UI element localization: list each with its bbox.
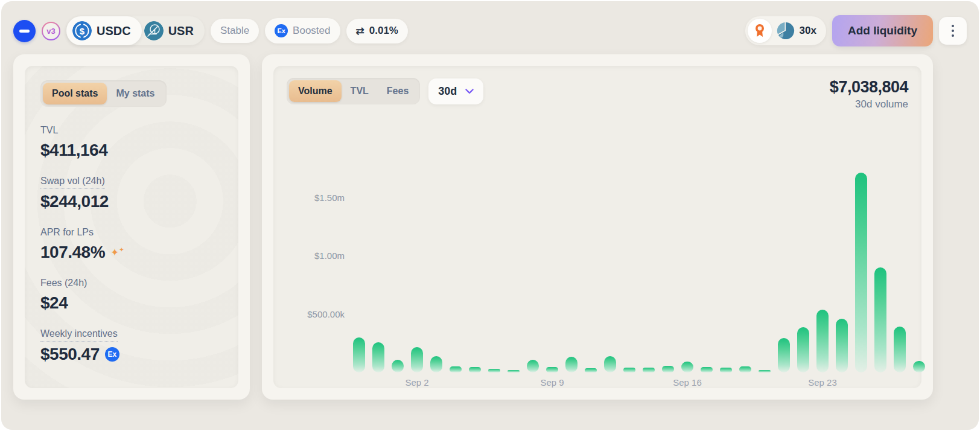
boosted-badge[interactable]: Ex Boosted — [265, 18, 340, 43]
stat-label: APR for LPs — [40, 227, 94, 240]
volume-bar-23[interactable] — [797, 327, 809, 372]
bar-slot — [716, 119, 736, 372]
chart-total-caption: 30d volume — [830, 98, 908, 110]
chart-header: VolumeTVLFees 30d $7,038,804 30d volume — [287, 78, 908, 110]
swap-arrows-icon: ⇄ — [356, 25, 364, 37]
volume-bar-5[interactable] — [450, 366, 462, 372]
volume-bar-9[interactable] — [527, 360, 539, 372]
volume-bar-28[interactable] — [894, 327, 906, 372]
range-selector[interactable]: 30d — [428, 78, 483, 104]
bar-slot — [678, 119, 697, 372]
token1-symbol: USR — [168, 24, 194, 38]
volume-bar-0[interactable] — [353, 337, 365, 372]
volume-bar-11[interactable] — [565, 357, 578, 372]
volume-bar-16[interactable] — [662, 366, 674, 372]
boosted-badge-label: Boosted — [293, 25, 330, 37]
add-liquidity-button[interactable]: Add liquidity — [832, 15, 933, 46]
fee-rate-badge[interactable]: ⇄ 0.01% — [346, 19, 408, 43]
volume-bar-13[interactable] — [604, 356, 616, 372]
volume-bar-19[interactable] — [720, 368, 732, 372]
volume-bar-14[interactable] — [623, 368, 635, 372]
volume-bar-15[interactable] — [643, 368, 655, 372]
volume-bar-2[interactable] — [392, 360, 404, 372]
stat-weekly-incentives: Weekly incentives$550.47Ex — [40, 328, 223, 364]
volume-bar-22[interactable] — [778, 338, 790, 372]
volume-bar-25[interactable] — [836, 319, 848, 372]
volume-bar-6[interactable] — [469, 367, 481, 372]
usr-token-icon — [144, 21, 164, 40]
bar-slot — [755, 119, 774, 372]
bar-slot — [504, 119, 523, 372]
x-tick: Sep 16 — [673, 377, 702, 388]
header-bar: v3 $ USDC — [13, 13, 967, 48]
pie-chart-icon — [777, 22, 795, 40]
bar-slot — [620, 119, 639, 372]
volume-bar-20[interactable] — [739, 366, 751, 372]
stat-label: Fees (24h) — [40, 278, 87, 290]
pool-page: v3 $ USDC — [1, 1, 979, 430]
pool-stats-card: Pool statsMy stats TVL$411,164Swap vol (… — [13, 54, 250, 400]
bar-slot — [832, 119, 851, 372]
bar-slot — [349, 119, 369, 372]
protocol-logo-icon[interactable] — [13, 20, 36, 42]
boost-multiplier-pill[interactable]: 30x — [745, 16, 826, 45]
volume-bar-24[interactable] — [816, 310, 829, 372]
volume-bar-4[interactable] — [430, 356, 442, 372]
token0-symbol: USDC — [97, 24, 131, 38]
stat-value: $411,164 — [40, 141, 107, 160]
boost-multiplier-label: 30x — [800, 25, 816, 37]
y-axis-labels: $500.00k$1.00m$1.50m — [287, 119, 345, 372]
y-tick: $500.00k — [307, 309, 345, 319]
bar-slot — [794, 119, 813, 372]
volume-bar-8[interactable] — [508, 370, 520, 372]
stat-value: $244,012 — [40, 192, 109, 211]
bar-slot — [774, 119, 794, 372]
chevron-down-icon — [465, 89, 474, 94]
volume-bar-12[interactable] — [585, 368, 597, 372]
bar-slot — [369, 119, 388, 372]
sparkle-icon: ✦✦ — [110, 247, 124, 258]
volume-bar-26[interactable] — [855, 173, 867, 372]
volume-bar-chart: $500.00k$1.00m$1.50m Sep 2Sep 9Sep 16Sep… — [287, 112, 908, 391]
chart-tab-tvl[interactable]: TVL — [342, 80, 378, 102]
bar-slot — [851, 119, 871, 372]
volume-bar-1[interactable] — [372, 342, 384, 372]
bar-slot — [581, 119, 600, 372]
volume-bar-18[interactable] — [701, 367, 713, 372]
range-selected-label: 30d — [438, 85, 457, 98]
volume-bar-7[interactable] — [488, 369, 500, 372]
svg-text:$: $ — [80, 26, 85, 36]
more-options-button[interactable] — [939, 17, 967, 45]
chart-tab-fees[interactable]: Fees — [378, 80, 418, 102]
x-tick: Sep 23 — [808, 377, 837, 388]
tab-my-stats[interactable]: My stats — [107, 83, 164, 104]
volume-bar-27[interactable] — [874, 267, 886, 372]
x-tick: Sep 9 — [540, 377, 564, 388]
stat-swap-vol-24h-: Swap vol (24h)$244,012 — [40, 176, 223, 211]
stat-label[interactable]: Swap vol (24h) — [40, 176, 105, 189]
bar-slot — [427, 119, 446, 372]
bar-slot — [388, 119, 407, 372]
volume-bar-10[interactable] — [546, 367, 558, 372]
token0-chip[interactable]: $ USDC — [66, 16, 142, 45]
stat-value: $24 — [40, 293, 68, 313]
volume-bar-3[interactable] — [411, 347, 423, 372]
medal-icon — [748, 19, 772, 43]
kebab-icon — [952, 25, 954, 27]
x-tick: Sep 2 — [405, 377, 428, 388]
stat-label: TVL — [40, 125, 58, 138]
bar-slot — [736, 119, 755, 372]
volume-bar-17[interactable] — [681, 362, 693, 372]
token-pair: $ USDC USR — [66, 16, 205, 45]
volume-bar-29[interactable] — [913, 361, 925, 372]
chart-tab-volume[interactable]: Volume — [289, 80, 342, 102]
token1-chip[interactable]: USR — [142, 16, 205, 45]
tab-pool-stats[interactable]: Pool stats — [43, 83, 107, 104]
stat-label[interactable]: Weekly incentives — [40, 328, 118, 342]
y-tick: $1.00m — [314, 251, 345, 261]
volume-bar-21[interactable] — [759, 370, 771, 372]
chart-total-value: $7,038,804 — [830, 78, 908, 97]
stat-value: $550.47 — [40, 345, 100, 364]
stat-value: 107.48% — [40, 243, 105, 262]
minus-icon — [19, 30, 30, 33]
